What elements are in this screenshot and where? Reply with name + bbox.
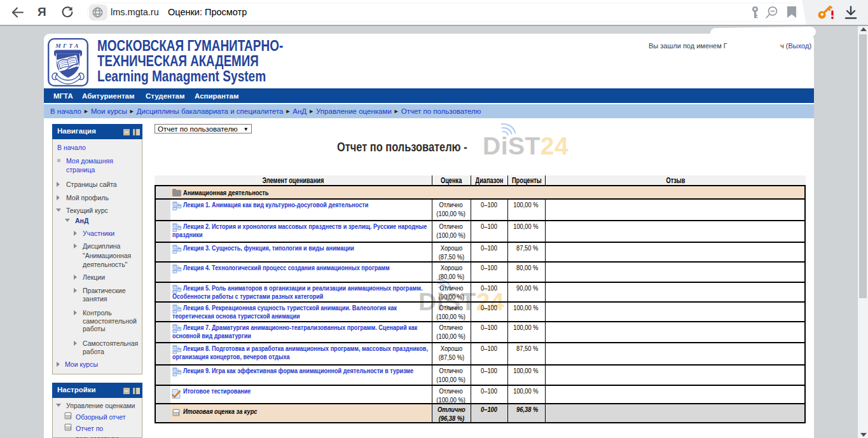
svg-text:МГТА: МГТА bbox=[55, 43, 81, 49]
